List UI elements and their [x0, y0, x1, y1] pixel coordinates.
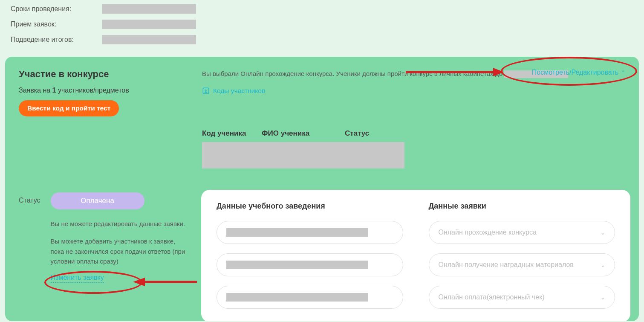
- app-count: 1: [52, 87, 56, 94]
- chevron-down-icon: ⌄: [601, 262, 605, 268]
- select-payment-mode[interactable]: Онлайн оплата(электронный чек) ⌄: [429, 286, 615, 309]
- meta-label-dates: Сроки проведения:: [11, 5, 102, 13]
- participant-codes-link[interactable]: Коды участников: [202, 87, 608, 95]
- panel-top-row: Участие в конкурсе Заявка на 1 участнико…: [19, 69, 625, 116]
- application-line: Заявка на 1 участников/предметов: [19, 87, 202, 94]
- app-prefix: Заявка на: [19, 87, 50, 94]
- meta-label-apps: Прием заявок:: [11, 20, 102, 28]
- col-status: Статус: [345, 129, 404, 138]
- meta-value-results: [102, 35, 196, 44]
- select-awards-mode[interactable]: Онлайн получение наградных материалов ⌄: [429, 253, 615, 276]
- view-edit-label: Посмотреть/Редактировать: [532, 69, 618, 76]
- meta-label-results: Подведение итогов:: [11, 36, 102, 44]
- field-placeholder: [226, 293, 368, 302]
- meta-row-dates: Сроки проведения:: [11, 4, 633, 14]
- edit-application-link[interactable]: Изменить заявку: [51, 274, 104, 283]
- field-placeholder: [226, 261, 368, 269]
- panel-title: Участие в конкурсе: [19, 69, 202, 80]
- top-meta-block: Сроки проведения: Прием заявок: Подведен…: [0, 0, 644, 57]
- select-text: Онлайн прохождение конкурса: [439, 229, 537, 236]
- download-icon: [202, 87, 210, 95]
- institution-field-3[interactable]: [217, 286, 403, 309]
- chevron-down-icon: ⌄: [601, 229, 605, 236]
- participation-panel: Участие в конкурсе Заявка на 1 участнико…: [5, 57, 639, 321]
- meta-value-dates: [102, 4, 196, 14]
- enter-code-button[interactable]: Ввести код и пройти тест: [19, 100, 119, 116]
- view-edit-toggle[interactable]: Посмотреть/Редактировать ⌃: [532, 69, 625, 76]
- participants-table: Код ученика ФИО ученика Статус: [202, 129, 404, 168]
- institution-field-1[interactable]: [217, 221, 403, 244]
- codes-link-label: Коды участников: [213, 87, 265, 95]
- institution-column: Данные учебного заведения: [217, 202, 403, 310]
- status-label: Статус: [19, 192, 40, 283]
- col-code: Код ученика: [202, 129, 262, 138]
- meta-row-apps: Прием заявок:: [11, 20, 633, 29]
- status-note-1: Вы не можете редактировать данные заявки…: [51, 219, 187, 229]
- meta-row-results: Подведение итогов:: [11, 35, 633, 44]
- status-block: Статус Оплачена Вы не можете редактирова…: [19, 192, 187, 283]
- application-column: Данные заявки Онлайн прохождение конкурс…: [429, 202, 615, 310]
- select-participation-mode[interactable]: Онлайн прохождение конкурса ⌄: [429, 221, 615, 244]
- application-title: Данные заявки: [429, 202, 615, 211]
- meta-value-apps: [102, 20, 196, 29]
- institution-title: Данные учебного заведения: [217, 202, 403, 211]
- institution-field-2[interactable]: [217, 253, 403, 276]
- chevron-down-icon: ⌄: [601, 294, 605, 301]
- field-placeholder: [226, 228, 368, 237]
- status-note-2: Вы можете добавить участников к заявке, …: [51, 236, 187, 266]
- col-name: ФИО ученика: [262, 129, 345, 138]
- table-body-placeholder: [202, 142, 404, 168]
- app-suffix: участников/предметов: [58, 87, 129, 94]
- chevron-up-icon: ⌃: [621, 70, 625, 75]
- select-text: Онлайн оплата(электронный чек): [439, 293, 545, 301]
- select-text: Онлайн получение наградных материалов: [439, 261, 574, 269]
- panel-left-col: Участие в конкурсе Заявка на 1 участнико…: [19, 69, 202, 116]
- details-card: Данные учебного заведения Данные заявки …: [201, 190, 630, 321]
- desc-text: Вы выбрали Онлайн прохождение конкурса. …: [202, 70, 502, 77]
- status-pill: Оплачена: [51, 192, 144, 209]
- table-header: Код ученика ФИО ученика Статус: [202, 129, 404, 142]
- status-column: Оплачена Вы не можете редактировать данн…: [51, 192, 187, 283]
